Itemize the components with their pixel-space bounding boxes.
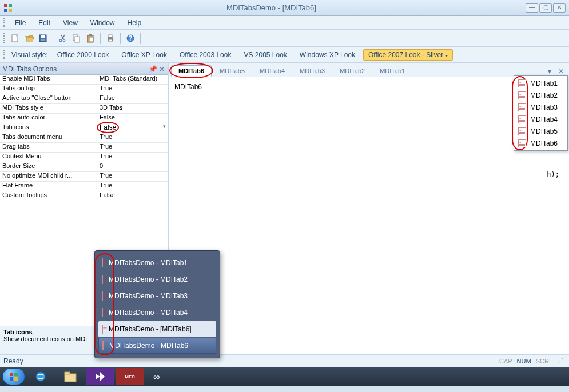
svg-rect-12 — [75, 37, 79, 42]
open-button[interactable] — [23, 32, 35, 45]
switcher-item[interactable]: MDITabsDemo - MDITab1 — [98, 255, 216, 271]
print-button[interactable] — [104, 32, 117, 45]
dropdown-item[interactable]: MDITab5 — [515, 125, 566, 137]
menu-file[interactable]: File — [9, 18, 31, 28]
taskbar-visualstudio[interactable] — [86, 368, 114, 385]
style-vs2005[interactable]: VS 2005 Look — [239, 50, 291, 60]
property-row[interactable]: Drag tabsTrue — [0, 143, 168, 153]
dropdown-item[interactable]: MDITab6 — [515, 137, 566, 149]
document-icon — [102, 342, 104, 350]
new-button[interactable] — [9, 32, 22, 45]
property-row[interactable]: Tabs auto-colorFalse — [0, 114, 168, 123]
divider — [100, 33, 101, 44]
document-icon — [102, 309, 103, 317]
property-row[interactable]: Custom TooltipsFalse — [0, 191, 168, 201]
save-button[interactable] — [37, 32, 49, 45]
svg-rect-23 — [14, 373, 18, 376]
property-row[interactable]: Border Size0 — [0, 162, 168, 172]
tab-mditab5[interactable]: MDITab5 — [213, 65, 252, 77]
property-value[interactable]: False — [97, 123, 168, 133]
dropdown-item[interactable]: MDITab2 — [515, 89, 566, 101]
style-officexp[interactable]: Office XP Look — [117, 50, 172, 60]
property-row[interactable]: No optimize MDI child r...True — [0, 172, 168, 182]
divider — [140, 33, 141, 44]
visual-style-label: Visual style: — [9, 51, 50, 59]
property-value[interactable]: True — [97, 133, 168, 142]
property-value[interactable]: False — [97, 94, 168, 103]
chevron-down-icon: ▾ — [445, 53, 448, 58]
switcher-item[interactable]: MDITabsDemo - MDITab3 — [98, 288, 216, 304]
close-button[interactable]: ✕ — [553, 3, 566, 13]
property-value[interactable]: True — [97, 143, 168, 152]
svg-rect-3 — [9, 9, 12, 12]
tab-mditab1[interactable]: MDITab1 — [373, 65, 412, 77]
property-name: Border Size — [0, 162, 97, 171]
style-office2003[interactable]: Office 2003 Look — [175, 50, 236, 60]
property-value[interactable]: True — [97, 85, 168, 94]
taskbar-infinity[interactable]: ∞ — [145, 368, 174, 385]
dropdown-item[interactable]: MDITab1 — [515, 77, 566, 89]
property-value[interactable]: 3D Tabs — [97, 104, 168, 113]
status-scrl: SCRL — [534, 358, 555, 365]
status-num: NUM — [515, 358, 534, 365]
property-row[interactable]: Tabs document menuTrue — [0, 133, 168, 143]
dropdown-item[interactable]: MDITab3 — [515, 101, 566, 113]
titlebar: MDITabsDemo - [MDITab6] — ▢ ✕ — [0, 0, 569, 16]
dropdown-label: MDITab1 — [530, 79, 558, 87]
property-row[interactable]: Tab iconsFalse — [0, 123, 168, 133]
dropdown-label: MDITab4 — [530, 115, 558, 123]
document-icon — [518, 115, 527, 124]
pin-icon[interactable]: 📌 — [149, 65, 157, 73]
menu-help[interactable]: Help — [122, 18, 148, 28]
maximize-button[interactable]: ▢ — [539, 3, 552, 13]
switcher-item[interactable]: MDITabsDemo - MDITab6 — [98, 338, 216, 354]
style-winxp[interactable]: Windows XP Look — [295, 50, 360, 60]
property-value[interactable]: True — [97, 172, 168, 181]
copy-button[interactable] — [70, 32, 83, 45]
grip-icon — [3, 33, 6, 43]
taskbar-ie[interactable] — [26, 368, 55, 385]
property-value[interactable]: MDI Tabs (Standard) — [97, 75, 168, 84]
document-icon — [102, 292, 103, 300]
property-row[interactable]: Active tab ''Close'' buttonFalse — [0, 94, 168, 104]
taskbar-mfc[interactable]: MFC — [116, 368, 144, 385]
about-button[interactable]: ? — [124, 32, 137, 45]
switcher-label: MDITabsDemo - MDITab4 — [109, 309, 188, 317]
property-row[interactable]: Context MenuTrue — [0, 153, 168, 162]
cut-button[interactable] — [57, 32, 69, 45]
dropdown-item[interactable]: MDITab4 — [515, 113, 566, 125]
property-row[interactable]: MDI Tabs style3D Tabs — [0, 104, 168, 114]
start-button[interactable] — [2, 368, 25, 385]
tab-mditab2[interactable]: MDITab2 — [333, 65, 372, 77]
close-icon[interactable]: ✕ — [158, 65, 166, 73]
window-title: MDITabsDemo - [MDITab6] — [17, 3, 526, 12]
property-value[interactable]: 0 — [97, 162, 168, 171]
switcher-item[interactable]: MDITabsDemo - MDITab4 — [98, 305, 216, 321]
menu-edit[interactable]: Edit — [33, 18, 56, 28]
tab-mditab3[interactable]: MDITab3 — [293, 65, 332, 77]
dropdown-label: MDITab2 — [530, 91, 558, 99]
property-value[interactable]: True — [97, 153, 168, 162]
tab-mditab4[interactable]: MDITab4 — [253, 65, 292, 77]
menu-window[interactable]: Window — [85, 18, 121, 28]
property-row[interactable]: Tabs on topTrue — [0, 85, 168, 94]
switcher-item[interactable]: MDITabsDemo - MDITab2 — [98, 271, 216, 287]
paste-button[interactable] — [84, 32, 97, 45]
property-row[interactable]: Flat FrameTrue — [0, 182, 168, 191]
tab-dropdown-menu: MDITab1MDITab2MDITab3MDITab4MDITab5MDITa… — [514, 75, 568, 151]
visual-style-bar: Visual style: Office 2000 Look Office XP… — [0, 47, 569, 63]
minimize-button[interactable]: — — [526, 3, 538, 13]
style-office2007-silver[interactable]: Office 2007 Look - Silver▾ — [363, 49, 453, 61]
property-name: Custom Tooltips — [0, 191, 97, 201]
property-value[interactable]: True — [97, 182, 168, 191]
style-office2000[interactable]: Office 2000 Look — [53, 50, 114, 60]
property-value[interactable]: False — [97, 114, 168, 123]
divider — [120, 33, 121, 44]
resize-grip-icon[interactable]: ⋰ — [555, 357, 566, 365]
menu-view[interactable]: View — [57, 18, 83, 28]
property-value[interactable]: False — [97, 191, 168, 201]
switcher-item[interactable]: MDITabsDemo - [MDITab6] — [98, 321, 216, 337]
taskbar-explorer[interactable] — [56, 368, 85, 385]
property-row[interactable]: Enable MDI TabsMDI Tabs (Standard) — [0, 75, 168, 85]
tab-mditab6[interactable]: MDITab6 — [171, 65, 212, 77]
